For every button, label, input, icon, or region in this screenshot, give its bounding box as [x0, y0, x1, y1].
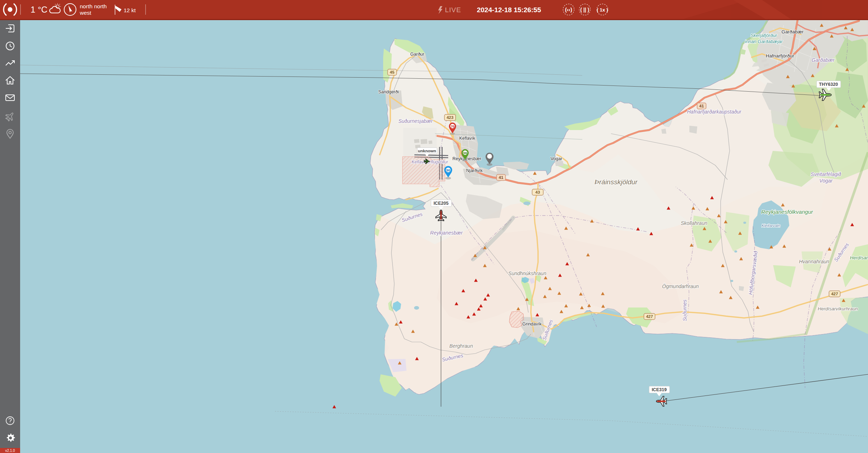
- svg-text:ICE319: ICE319: [652, 387, 667, 392]
- svg-text:1 °C: 1 °C: [31, 5, 47, 14]
- svg-text:Herdísarvík: Herdísarvík: [850, 255, 868, 260]
- svg-text:Suðurnesjabær: Suðurnesjabær: [398, 118, 433, 124]
- svg-text:Kleifarvatn: Kleifarvatn: [762, 223, 780, 228]
- svg-text:Reykjanesbær: Reykjanesbær: [430, 230, 463, 236]
- svg-text:Ögmundarhraun: Ögmundarhraun: [662, 283, 699, 289]
- svg-text:Skerjafjörður: Skerjafjörður: [750, 33, 777, 38]
- svg-text:( 1x ): ( 1x ): [597, 7, 608, 13]
- svg-text:Sandgerði: Sandgerði: [378, 89, 399, 94]
- svg-text:Garðabær: Garðabær: [812, 57, 835, 63]
- svg-text:41: 41: [699, 104, 704, 108]
- svg-text:70: 70: [451, 125, 454, 128]
- svg-text:LIVE: LIVE: [445, 6, 461, 14]
- svg-text:59: 59: [463, 151, 467, 155]
- svg-text:unknown: unknown: [418, 149, 436, 153]
- svg-text:427: 427: [646, 314, 653, 319]
- svg-text:innan Garðabæjar: innan Garðabæjar: [745, 39, 783, 44]
- svg-text:423: 423: [446, 115, 453, 120]
- svg-text:Sveitarfélagið: Sveitarfélagið: [811, 171, 841, 177]
- svg-text:Þráinsskjöldur: Þráinsskjöldur: [594, 178, 638, 186]
- svg-text:Njarðvík: Njarðvík: [466, 168, 483, 173]
- svg-text:Reykjanesfólkvangur: Reykjanesfólkvangur: [761, 209, 813, 215]
- svg-text:50: 50: [446, 168, 450, 172]
- svg-text:THY6320: THY6320: [819, 82, 838, 87]
- svg-text:west: west: [79, 10, 92, 16]
- svg-text:Hvannahraun: Hvannahraun: [799, 259, 829, 264]
- svg-text:43: 43: [536, 190, 540, 194]
- svg-text:north north: north north: [80, 3, 107, 9]
- svg-text:Suðurnes: Suðurnes: [682, 300, 688, 321]
- svg-text:Sundhnúkshraun: Sundhnúkshraun: [508, 271, 546, 276]
- svg-text:Grindavík: Grindavík: [522, 322, 542, 327]
- svg-text:v2.1.0: v2.1.0: [5, 449, 15, 453]
- svg-text:ICE205: ICE205: [433, 201, 449, 206]
- svg-text:Garður: Garður: [410, 52, 424, 57]
- svg-text:Keflavík: Keflavík: [459, 136, 476, 141]
- svg-text:Hafnarfjörður: Hafnarfjörður: [766, 53, 794, 59]
- svg-text:( || ): ( || ): [580, 7, 589, 13]
- svg-text:Garðabær: Garðabær: [781, 29, 804, 34]
- svg-text:Keflavíkurflugvöllur: Keflavíkurflugvöllur: [412, 160, 448, 165]
- svg-text:(‹‹): (‹‹): [565, 6, 572, 13]
- svg-text:Skollahraun: Skollahraun: [681, 220, 707, 226]
- svg-text:45: 45: [390, 70, 395, 74]
- svg-text:Vogar: Vogar: [551, 156, 562, 161]
- svg-text:Vogar: Vogar: [819, 178, 833, 184]
- svg-text:Herdísarvíkurhraun: Herdísarvíkurhraun: [818, 306, 858, 311]
- svg-text:427: 427: [831, 292, 838, 296]
- svg-text:41: 41: [499, 175, 504, 180]
- svg-text:Berghraun: Berghraun: [449, 343, 473, 349]
- svg-text:Hafnarfjarðarkaupstaður: Hafnarfjarðarkaupstaður: [687, 109, 742, 115]
- svg-text:12 kt: 12 kt: [124, 7, 136, 13]
- svg-text:2024-12-18 15:26:55: 2024-12-18 15:26:55: [477, 6, 541, 14]
